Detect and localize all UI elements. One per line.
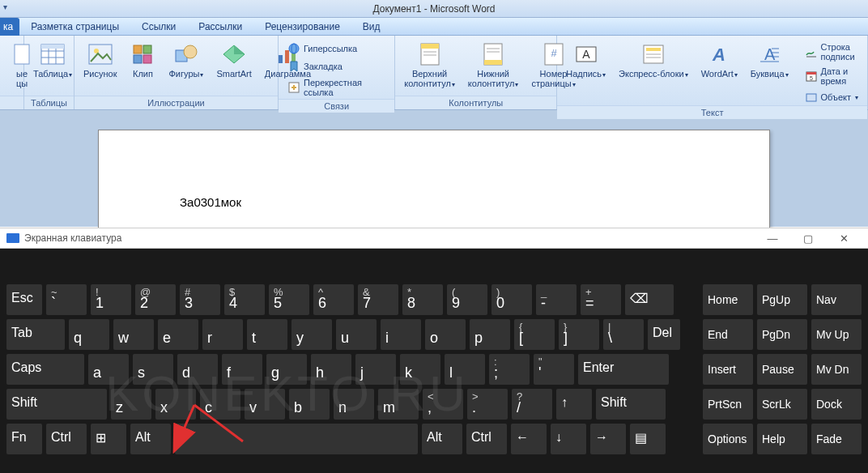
bookmark-button[interactable]: Закладка bbox=[283, 58, 389, 75]
key-=[interactable]: += bbox=[581, 284, 621, 315]
table-button[interactable]: Таблица▾ bbox=[29, 39, 76, 83]
key-7[interactable]: &7 bbox=[358, 284, 398, 315]
key-/[interactable]: ?/ bbox=[512, 389, 552, 420]
key-g[interactable]: g bbox=[266, 354, 307, 385]
key-;[interactable]: :; bbox=[489, 354, 530, 385]
osk-title-bar[interactable]: Экранная клавиатура — ▢ ✕ bbox=[0, 228, 868, 249]
key-Del[interactable]: Del bbox=[648, 319, 680, 350]
hyperlink-button[interactable]: Гиперссылка bbox=[283, 40, 389, 57]
navkey-mv up[interactable]: Mv Up bbox=[811, 319, 862, 350]
smartart-button[interactable]: SmartArt bbox=[212, 39, 255, 81]
key-8[interactable]: *8 bbox=[402, 284, 443, 315]
tab-review[interactable]: Рецензирование bbox=[253, 18, 351, 36]
key-Shift[interactable]: Shift bbox=[6, 389, 107, 420]
key-c[interactable]: c bbox=[200, 389, 240, 420]
key-▤[interactable]: ▤ bbox=[630, 424, 666, 454]
key-j[interactable]: j bbox=[355, 354, 396, 385]
key-d[interactable]: d bbox=[177, 354, 218, 385]
key-][interactable]: }] bbox=[559, 319, 599, 350]
signature-line-button[interactable]: Строка подписи bbox=[801, 40, 862, 63]
qat-dropdown-icon[interactable]: ▾ bbox=[3, 2, 7, 11]
key--[interactable]: _- bbox=[536, 284, 577, 315]
key-w[interactable]: w bbox=[113, 319, 154, 350]
footer-button[interactable]: Нижний колонтитул▾ bbox=[464, 39, 523, 92]
key-←[interactable]: ← bbox=[511, 424, 547, 454]
key-r[interactable]: r bbox=[202, 319, 243, 350]
key-Alt[interactable]: Alt bbox=[130, 424, 171, 454]
key-6[interactable]: ^6 bbox=[313, 284, 354, 315]
key-m[interactable]: m bbox=[378, 389, 419, 420]
express-blocks-button[interactable]: Экспресс-блоки▾ bbox=[615, 39, 692, 83]
key-\[interactable]: |\ bbox=[603, 319, 644, 350]
key-Caps[interactable]: Caps bbox=[6, 354, 84, 385]
header-button[interactable]: Верхний колонтитул▾ bbox=[400, 39, 459, 92]
navkey-mv dn[interactable]: Mv Dn bbox=[811, 354, 862, 385]
maximize-button[interactable]: ▢ bbox=[790, 228, 826, 249]
key-,[interactable]: <, bbox=[423, 389, 463, 420]
tab-page-layout[interactable]: Разметка страницы bbox=[19, 18, 130, 36]
key-[[interactable]: {[ bbox=[514, 319, 555, 350]
key-↓[interactable]: ↓ bbox=[551, 424, 586, 454]
key-9[interactable]: (9 bbox=[447, 284, 487, 315]
key-h[interactable]: h bbox=[311, 354, 351, 385]
navkey-nav[interactable]: Nav bbox=[811, 284, 862, 315]
navkey-scrlk[interactable]: ScrLk bbox=[757, 389, 807, 420]
navkey-end[interactable]: End bbox=[703, 319, 753, 350]
key-0[interactable]: )0 bbox=[491, 284, 532, 315]
key-v[interactable]: v bbox=[245, 389, 285, 420]
minimize-button[interactable]: — bbox=[755, 228, 790, 249]
key-u[interactable]: u bbox=[336, 319, 377, 350]
key-f[interactable]: f bbox=[222, 354, 262, 385]
key-Esc[interactable]: Esc bbox=[6, 284, 42, 315]
key-4[interactable]: $4 bbox=[224, 284, 265, 315]
key-Shift[interactable]: Shift bbox=[596, 389, 666, 420]
key-⌫[interactable]: ⌫ bbox=[625, 284, 674, 315]
key-2[interactable]: @2 bbox=[135, 284, 176, 315]
key-.[interactable]: >. bbox=[467, 389, 508, 420]
key-b[interactable]: b bbox=[289, 389, 330, 420]
tab-insert-cut[interactable]: ка bbox=[0, 18, 19, 36]
key-3[interactable]: #3 bbox=[180, 284, 220, 315]
key-Alt[interactable]: Alt bbox=[422, 424, 462, 454]
key-e[interactable]: e bbox=[158, 319, 198, 350]
picture-button[interactable]: Рисунок bbox=[79, 39, 121, 81]
navkey-home[interactable]: Home bbox=[703, 284, 753, 315]
crossref-button[interactable]: Перекрестная ссылка bbox=[283, 76, 389, 99]
key-`[interactable]: ~` bbox=[46, 284, 87, 315]
navkey-pgup[interactable]: PgUp bbox=[757, 284, 807, 315]
key-t[interactable]: t bbox=[247, 319, 287, 350]
tab-mailings[interactable]: Рассылки bbox=[187, 18, 253, 36]
shapes-button[interactable]: Фигуры▾ bbox=[165, 39, 208, 83]
key-s[interactable]: s bbox=[133, 354, 173, 385]
navkey-prtscn[interactable]: PrtScn bbox=[703, 389, 753, 420]
key-p[interactable]: p bbox=[470, 319, 510, 350]
key-k[interactable]: k bbox=[400, 354, 440, 385]
navkey-pause[interactable]: Pause bbox=[757, 354, 807, 385]
key-q[interactable]: q bbox=[69, 319, 109, 350]
textbox-button[interactable]: AНадпись▾ bbox=[562, 39, 610, 83]
close-button[interactable]: ✕ bbox=[826, 228, 862, 249]
key-Ctrl[interactable]: Ctrl bbox=[466, 424, 507, 454]
clip-button[interactable]: Клип bbox=[126, 39, 160, 81]
key-l[interactable]: l bbox=[445, 354, 485, 385]
key-space[interactable] bbox=[175, 424, 418, 454]
key-Tab[interactable]: Tab bbox=[6, 319, 65, 350]
key-5[interactable]: %5 bbox=[269, 284, 309, 315]
wordart-button[interactable]: AWordArt▾ bbox=[697, 39, 742, 83]
navkey-fade[interactable]: Fade bbox=[811, 424, 862, 454]
navkey-insert[interactable]: Insert bbox=[703, 354, 753, 385]
key-1[interactable]: !1 bbox=[91, 284, 131, 315]
dropcap-button[interactable]: AБуквица▾ bbox=[747, 39, 793, 83]
key-↑[interactable]: ↑ bbox=[556, 389, 592, 420]
navkey-dock[interactable]: Dock bbox=[811, 389, 862, 420]
key-y[interactable]: y bbox=[291, 319, 332, 350]
date-time-button[interactable]: 5Дата и время bbox=[801, 65, 862, 87]
key-Enter[interactable]: Enter bbox=[578, 354, 669, 385]
key-z[interactable]: z bbox=[111, 389, 151, 420]
key-Ctrl[interactable]: Ctrl bbox=[46, 424, 87, 454]
key-⊞[interactable]: ⊞ bbox=[91, 424, 126, 454]
object-button[interactable]: Объект▾ bbox=[801, 89, 862, 105]
tab-references[interactable]: Ссылки bbox=[130, 18, 187, 36]
key-'[interactable]: "' bbox=[534, 354, 574, 385]
navkey-options[interactable]: Options bbox=[703, 424, 753, 454]
